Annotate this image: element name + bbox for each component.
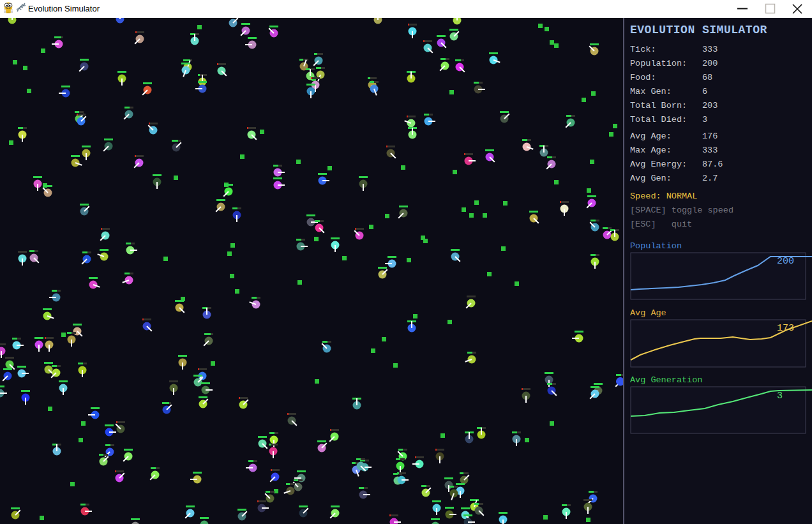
svg-text:3: 3 xyxy=(777,391,783,401)
svg-text:200: 200 xyxy=(777,256,794,267)
svg-text:173: 173 xyxy=(777,323,794,334)
